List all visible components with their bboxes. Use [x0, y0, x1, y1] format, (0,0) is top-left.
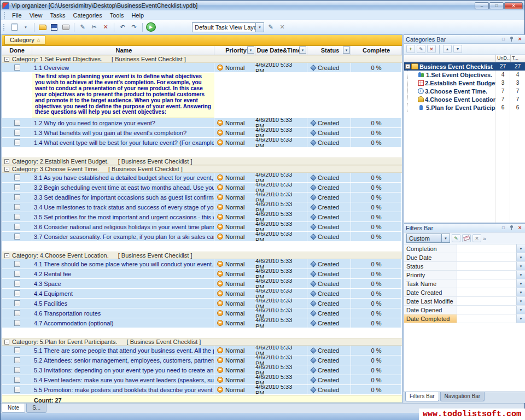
category-tree-item[interactable]: 2.Establish Event Budget.33 — [404, 79, 525, 87]
edit-task-button[interactable]: ✎ — [78, 22, 88, 32]
task-row[interactable]: 4.2 Rental feeNormal4/6/2010 5:33 PMCrea… — [2, 269, 402, 279]
close-button[interactable]: ✕ — [504, 2, 523, 9]
task-row[interactable]: 5.4 Event leaders: make sure you have ev… — [2, 375, 402, 385]
panel-restore-icon[interactable]: □ — [500, 36, 507, 43]
collapse-icon[interactable]: - — [405, 64, 410, 69]
filter-field-row[interactable]: Completion▼ — [404, 244, 525, 253]
task-row[interactable]: 3.4 Use milestones to track status and s… — [2, 202, 402, 212]
task-checkbox[interactable] — [14, 290, 20, 296]
menu-grip[interactable] — [4, 12, 6, 19]
redo-button[interactable]: ↷ — [129, 22, 139, 32]
toolbar-overflow-icon[interactable]: » — [483, 235, 486, 242]
new-task-dropdown[interactable]: ▼ — [21, 22, 31, 32]
combo-dropdown-icon[interactable]: ▼ — [441, 234, 450, 242]
task-checkbox[interactable] — [14, 387, 20, 393]
dock-tab-navigation-bar[interactable]: Navigation Bar — [440, 392, 485, 401]
task-row[interactable]: 4.6 Transportation routesNormal4/6/2010 … — [2, 308, 402, 318]
priority-filter-button[interactable]: ▼ — [247, 46, 254, 54]
bottom-tab-s[interactable]: S... — [26, 404, 46, 413]
panel-restore-icon[interactable]: □ — [500, 225, 507, 231]
column-header-name[interactable]: Name — [32, 46, 214, 55]
task-checkbox[interactable] — [14, 224, 20, 230]
filter-value-combo[interactable] — [457, 279, 516, 288]
panel-pin-icon[interactable] — [508, 36, 515, 43]
total-column-header[interactable]: T... — [510, 55, 525, 62]
task-row[interactable]: 5.3 Invitations: depending on your event… — [2, 365, 402, 375]
due-filter-button[interactable]: ▼ — [299, 46, 306, 54]
task-checkbox[interactable] — [14, 139, 20, 145]
task-checkbox[interactable] — [14, 377, 20, 383]
task-row[interactable]: 3.6 Consider national and religious holi… — [2, 222, 402, 232]
task-checkbox[interactable] — [14, 214, 20, 220]
menu-item-tasks[interactable]: Tasks — [46, 11, 69, 20]
task-row[interactable]: 1.1 OverviewNormal4/6/2010 5:33 PMCreate… — [2, 63, 402, 73]
apply-filter-button[interactable]: ✎ — [452, 234, 460, 242]
filter-field-row[interactable]: Status▼ — [404, 262, 525, 271]
edit-layout-button[interactable]: ✎ — [266, 22, 276, 32]
delete-layout-button[interactable]: ✕ — [277, 22, 287, 32]
category-tree-item[interactable]: 1.Set Event Objectives.44 — [404, 71, 525, 79]
group-header-row[interactable]: -Category: 5.Plan for Event Participants… — [2, 338, 402, 346]
task-checkbox[interactable] — [14, 174, 20, 180]
combo-dropdown-icon[interactable]: ▼ — [255, 23, 264, 32]
task-checkbox[interactable] — [14, 357, 20, 363]
dropdown-arrow-icon[interactable]: ▼ — [516, 279, 525, 288]
column-header-priority[interactable]: Priority ▼ — [214, 46, 255, 55]
group-header-row[interactable]: -Category: 3.Choose Event Time.[ Busines… — [2, 165, 402, 173]
filter-value-combo[interactable] — [457, 253, 516, 261]
dropdown-arrow-icon[interactable]: ▼ — [516, 306, 525, 314]
filter-field-row[interactable]: Date Last Modifie▼ — [404, 297, 525, 306]
dropdown-arrow-icon[interactable]: ▼ — [516, 253, 525, 261]
filter-value-combo[interactable] — [457, 306, 516, 314]
maximize-button[interactable]: □ — [489, 2, 504, 9]
task-checkbox[interactable] — [14, 204, 20, 210]
task-checkbox[interactable] — [14, 120, 20, 126]
bottom-tab-note[interactable]: Note — [2, 404, 25, 413]
filter-field-row[interactable]: Task Name▼ — [404, 279, 525, 288]
print-button[interactable] — [61, 22, 71, 32]
task-checkbox[interactable] — [14, 347, 20, 353]
task-row[interactable]: 3.3 Set deadlines for important occasion… — [2, 192, 402, 202]
collapse-icon[interactable]: - — [4, 159, 9, 164]
task-row[interactable]: 1.2 Why do you need to organize your eve… — [2, 118, 402, 128]
group-header-row[interactable]: -Category: 1.Set Event Objectives.[ Busi… — [2, 55, 402, 63]
filter-field-row[interactable]: Priority▼ — [404, 271, 525, 279]
task-row[interactable]: 1.3 What benefits will you gain at the e… — [2, 128, 402, 138]
collapse-icon[interactable]: - — [4, 57, 9, 62]
filter-field-row[interactable]: Due Date▼ — [404, 253, 525, 262]
task-row[interactable]: 3.2 Begin scheduling event time at east … — [2, 183, 402, 192]
filter-field-row[interactable]: Date Opened▼ — [404, 306, 525, 314]
column-header-done[interactable]: Done — [2, 46, 32, 55]
task-checkbox[interactable] — [14, 320, 20, 326]
undone-column-header[interactable]: UnD... — [495, 55, 510, 62]
filter-field-row[interactable]: Date Created▼ — [404, 288, 525, 297]
filter-preset-combo[interactable]: Custom ▼ — [406, 234, 450, 243]
task-checkbox[interactable] — [14, 271, 20, 277]
filter-value-combo[interactable] — [457, 297, 516, 305]
move-down-button[interactable]: ▼ — [453, 45, 462, 53]
close-filter-button[interactable]: ✕ — [472, 234, 481, 242]
clear-filter-button[interactable] — [462, 234, 471, 242]
filter-value-combo[interactable] — [457, 244, 516, 253]
column-header-complete[interactable]: Complete — [351, 46, 402, 55]
group-header-row[interactable]: -Category: 4.Choose Event Location.[ Bus… — [2, 252, 402, 259]
task-checkbox[interactable] — [14, 130, 20, 136]
move-up-button[interactable]: ▲ — [443, 45, 452, 53]
panel-close-icon[interactable]: ✕ — [516, 225, 523, 231]
filter-value-combo[interactable] — [457, 288, 516, 296]
toolbar-grip[interactable] — [3, 24, 5, 31]
task-view-layout-combo[interactable]: Default Task View Layout ▼ — [192, 22, 264, 32]
task-row[interactable]: 4.1 There should be some place where you… — [2, 259, 402, 269]
task-checkbox[interactable] — [14, 261, 20, 267]
minimize-button[interactable]: – — [475, 2, 489, 9]
menu-item-help[interactable]: Help — [127, 11, 148, 20]
menu-item-tools[interactable]: Tools — [106, 11, 128, 20]
dropdown-arrow-icon[interactable]: ▼ — [516, 297, 525, 305]
dropdown-arrow-icon[interactable]: ▼ — [516, 288, 525, 296]
filter-field-row[interactable]: Date Completed▼ — [404, 314, 525, 323]
dock-tab-filters-bar[interactable]: Filters Bar — [405, 392, 439, 401]
group-header-row[interactable]: -Category: 2.Establish Event Budget.[ Bu… — [2, 158, 402, 165]
category-tree-item[interactable]: 5.Plan for Event Participants66 — [404, 103, 525, 112]
task-row[interactable]: 4.5 FacilitiesNormal4/6/2010 5:33 PMCrea… — [2, 299, 402, 308]
column-header-status[interactable]: Status ▼ — [307, 46, 351, 55]
